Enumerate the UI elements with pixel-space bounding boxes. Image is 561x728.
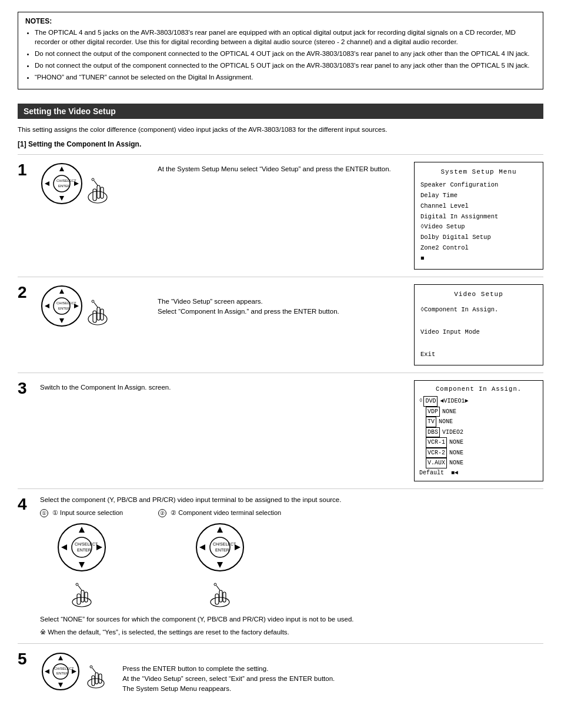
hand-icon-1 [78, 169, 113, 205]
step-4-label-2: ② ② Component video terminal selection [158, 509, 281, 517]
hand-icon-5 [78, 660, 111, 692]
svg-rect-39 [85, 592, 88, 602]
cia-row-tv: TVNONE [419, 417, 538, 427]
step-5-text: Press the ENTER button to complete the s… [122, 651, 543, 694]
svg-marker-30 [79, 562, 85, 568]
note-item-1: The OPTICAL 4 and 5 jacks on the AVR-380… [35, 28, 536, 46]
svg-marker-57 [58, 656, 63, 660]
svg-rect-52 [219, 590, 222, 602]
screen-2-line-4: Exit [420, 349, 537, 360]
note-item-3: Do not connect the output of the compone… [35, 61, 536, 70]
screen-1-line-2: Channel Level [420, 201, 537, 212]
screen-1-title: System Setup Menu [420, 167, 537, 178]
svg-marker-29 [79, 527, 85, 533]
svg-marker-58 [58, 683, 63, 687]
svg-point-33 [72, 537, 92, 557]
svg-marker-1 [59, 167, 64, 171]
svg-text:CH/SELECT: CH/SELECT [56, 179, 76, 182]
screen-1-line-5: Dolby Digital Setup [420, 232, 537, 243]
step-2-row: 2 CH/SELECT ENTER [18, 277, 543, 373]
svg-marker-45 [199, 544, 205, 550]
circle-2-icon: ② [158, 509, 166, 517]
notes-list: The OPTICAL 4 and 5 jacks on the AVR-380… [35, 28, 536, 82]
step-4-note2: ※ When the default, “Yes”, is selected, … [40, 628, 543, 636]
svg-rect-51 [215, 594, 219, 604]
screen-1-line-0: Speaker Configuration [420, 180, 537, 191]
cia-row-vcr2: VCR-2NONE [419, 448, 538, 458]
screen-2-line-3 [420, 338, 537, 349]
step-5-icons: CH/SELECT ENTER [40, 651, 111, 694]
screen-1-line-3: Digital In Assignment [420, 212, 537, 222]
svg-text:CH/SELECT: CH/SELECT [56, 301, 76, 305]
circle-1-icon: ① [40, 509, 48, 517]
step-4-controls: ① ① Input source selection CH/SELECT ENT… [40, 509, 543, 609]
svg-point-5 [54, 175, 70, 192]
svg-point-13 [92, 178, 94, 181]
svg-line-12 [94, 181, 98, 185]
step-3-content: Switch to the Component In Assign. scree… [40, 380, 543, 481]
svg-marker-43 [217, 527, 223, 533]
cia-title: Component In Assign. [419, 384, 538, 394]
hand-icon-4b [201, 576, 239, 609]
cia-row-dvd: ◊DVD◄VIDEO1► [419, 396, 538, 407]
cia-screen: Component In Assign. ◊DVD◄VIDEO1► VDPNON… [414, 380, 543, 481]
step-2-screen: Video Setup ◊Component In Assign. Video … [414, 284, 543, 365]
remote-dial-icon-4a: CH/SELECT ENTER [55, 521, 108, 574]
remote-dial-icon-4b: CH/SELECT ENTER [193, 521, 246, 574]
step-4-row: 4 Select the component (Y, PB/CB and PR/… [18, 488, 543, 643]
svg-rect-37 [77, 594, 81, 604]
svg-rect-10 [97, 185, 100, 198]
svg-rect-65 [92, 676, 95, 686]
cia-row-vaux: V.AUXNONE [419, 458, 538, 468]
step-2-text: The “Video Setup” screen appears. Select… [158, 284, 414, 317]
step-4-control-1: ① ① Input source selection CH/SELECT ENT… [40, 509, 123, 609]
svg-rect-23 [93, 311, 96, 323]
step-3-text: Switch to the Component In Assign. scree… [40, 380, 414, 393]
screen-1-line-1: Delay Time [420, 191, 537, 201]
svg-line-68 [92, 668, 96, 673]
svg-text:ENTER: ENTER [58, 307, 71, 310]
svg-text:ENTER: ENTER [77, 548, 91, 552]
step-1-row: 1 CH/SELECT ENTER [18, 154, 543, 276]
svg-rect-11 [101, 187, 103, 198]
step-4-note1: Select “NONE” for sources for which the … [40, 614, 543, 624]
svg-marker-17 [45, 304, 49, 308]
hand-icon-4a [62, 576, 101, 609]
svg-point-41 [76, 583, 78, 586]
step-1-content: CH/SELECT ENTER At the System Setup Menu… [40, 162, 543, 269]
note-item-2: Do not connect the output of the compone… [35, 49, 536, 58]
svg-marker-31 [61, 544, 67, 550]
step-3-inner: Switch to the Component In Assign. scree… [40, 380, 414, 393]
svg-text:CH/SELECT: CH/SELECT [213, 542, 236, 546]
subsection-title: [1] Setting the Component In Assign. [18, 140, 543, 148]
remote-dial-icon-2: CH/SELECT ENTER [40, 284, 84, 328]
step-4-number: 4 [18, 496, 34, 513]
screen-2-line-1 [420, 315, 537, 327]
svg-line-40 [78, 586, 82, 590]
svg-marker-44 [217, 562, 223, 568]
step-3-number: 3 [18, 380, 34, 397]
svg-marker-2 [59, 196, 64, 201]
step-2-number: 2 [18, 284, 34, 301]
screen-1-line-6: Zone2 Control [420, 243, 537, 254]
svg-marker-59 [45, 669, 49, 674]
step-2-icons: CH/SELECT ENTER [40, 284, 146, 328]
svg-point-22 [88, 313, 107, 325]
remote-dial-icon-5: CH/SELECT ENTER [40, 651, 81, 692]
svg-marker-16 [59, 318, 64, 323]
svg-line-54 [216, 586, 220, 590]
svg-rect-24 [97, 307, 100, 320]
step-1-screen: System Setup Menu Speaker Configuration … [414, 162, 543, 269]
screen-2-line-2: Video Input Mode [420, 327, 537, 338]
svg-rect-9 [93, 189, 96, 201]
svg-text:ENTER: ENTER [215, 548, 229, 552]
screen-2-title: Video Setup [420, 290, 537, 300]
svg-point-8 [88, 191, 107, 203]
svg-marker-3 [45, 181, 49, 186]
step-4-text: Select the component (Y, PB/CB and PR/CR… [40, 496, 543, 503]
section-header: Setting the Video Setup [18, 104, 543, 119]
svg-text:CH/SELECT: CH/SELECT [54, 667, 74, 670]
step-4-control-2: ② ② Component video terminal selection C… [158, 509, 281, 609]
svg-rect-25 [101, 309, 103, 320]
svg-marker-15 [59, 289, 64, 294]
